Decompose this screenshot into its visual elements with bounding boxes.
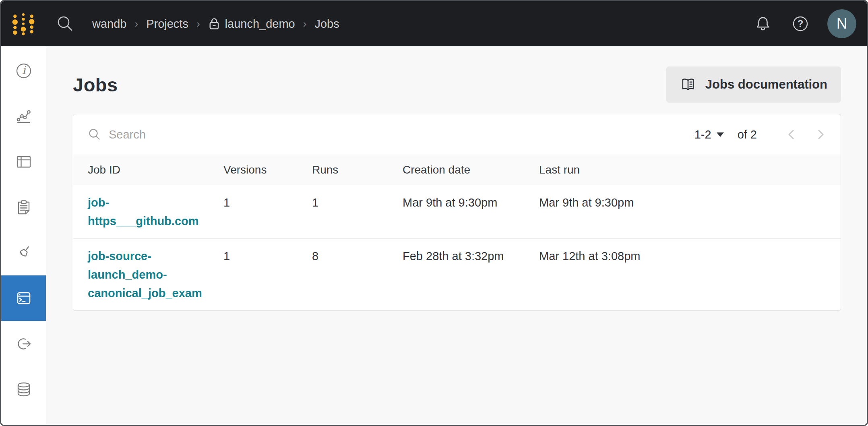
versions-cell: 1 bbox=[223, 247, 312, 265]
breadcrumb: wandb › Projects › launch_demo › Jobs bbox=[92, 17, 339, 31]
chevron-left-icon bbox=[786, 126, 796, 143]
column-header-runs: Runs bbox=[312, 163, 403, 176]
next-page-button[interactable] bbox=[816, 126, 826, 143]
table-header-row: Job ID Versions Runs Creation date Last … bbox=[73, 155, 841, 185]
avatar-initial: N bbox=[837, 15, 847, 32]
breadcrumb-projects[interactable]: Projects bbox=[146, 17, 188, 31]
breadcrumb-separator: › bbox=[134, 18, 138, 30]
pagination: 1-2 of 2 bbox=[694, 126, 826, 143]
column-header-creation-date: Creation date bbox=[403, 163, 539, 176]
sidebar-item-overview[interactable]: i bbox=[1, 48, 46, 93]
wandb-logo-icon[interactable] bbox=[11, 12, 36, 35]
sidebar-item-reports[interactable] bbox=[1, 184, 46, 230]
broom-icon bbox=[14, 244, 33, 262]
notifications-bell-icon[interactable] bbox=[754, 15, 772, 33]
search-input[interactable] bbox=[108, 128, 279, 142]
previous-page-button[interactable] bbox=[786, 126, 796, 143]
sidebar-item-workspace[interactable] bbox=[1, 93, 46, 139]
table-toolbar: 1-2 of 2 bbox=[73, 114, 841, 155]
jobs-documentation-button[interactable]: Jobs documentation bbox=[666, 66, 841, 103]
search-icon bbox=[88, 128, 101, 141]
page-total-label: of 2 bbox=[738, 128, 757, 141]
breadcrumb-page[interactable]: Jobs bbox=[314, 17, 339, 31]
job-id-link[interactable]: job-https___github.com bbox=[88, 193, 217, 230]
column-header-job-id: Job ID bbox=[88, 163, 223, 176]
breadcrumb-separator: › bbox=[303, 18, 307, 30]
page-header: Jobs Jobs documentation bbox=[73, 65, 841, 104]
table-row: job-source-launch_demo-canonical_job_exa… bbox=[73, 239, 841, 310]
jobs-documentation-label: Jobs documentation bbox=[705, 77, 827, 92]
chevron-down-icon bbox=[717, 132, 724, 137]
app-window: wandb › Projects › launch_demo › Jobs bbox=[0, 0, 868, 426]
runs-cell: 1 bbox=[312, 193, 403, 212]
sidebar: i bbox=[1, 46, 46, 425]
page-title: Jobs bbox=[73, 74, 118, 96]
lock-icon bbox=[208, 17, 220, 31]
topbar: wandb › Projects › launch_demo › Jobs bbox=[1, 1, 867, 46]
breadcrumb-separator: › bbox=[196, 18, 200, 30]
breadcrumb-project-label: launch_demo bbox=[225, 17, 295, 31]
column-header-versions: Versions bbox=[223, 163, 312, 176]
line-chart-icon bbox=[14, 107, 33, 126]
sidebar-item-jobs[interactable] bbox=[1, 275, 46, 321]
clipboard-icon bbox=[14, 198, 33, 217]
user-avatar[interactable]: N bbox=[827, 9, 856, 38]
arrow-exit-icon bbox=[14, 335, 33, 353]
jobs-table-card: 1-2 of 2 bbox=[73, 114, 841, 311]
page-range-dropdown[interactable]: 1-2 bbox=[694, 128, 724, 141]
breadcrumb-team[interactable]: wandb bbox=[92, 17, 126, 31]
page-range-label: 1-2 bbox=[694, 128, 711, 141]
book-icon bbox=[680, 76, 696, 93]
job-id-link[interactable]: job-source-launch_demo-canonical_job_exa… bbox=[88, 247, 217, 302]
terminal-window-icon bbox=[14, 289, 33, 308]
svg-text:?: ? bbox=[798, 18, 804, 29]
last-run-cell: Mar 12th at 3:08pm bbox=[539, 247, 826, 265]
creation-date-cell: Mar 9th at 9:30pm bbox=[403, 193, 539, 212]
topbar-actions: ? N bbox=[754, 9, 856, 38]
panel-grid-icon bbox=[14, 153, 33, 171]
svg-text:i: i bbox=[22, 64, 26, 77]
help-icon[interactable]: ? bbox=[791, 14, 810, 33]
chevron-right-icon bbox=[816, 126, 826, 143]
sidebar-item-panels[interactable] bbox=[1, 139, 46, 184]
info-circle-icon: i bbox=[14, 62, 33, 80]
sidebar-item-automations[interactable] bbox=[1, 321, 46, 366]
main-content: Jobs Jobs documentation bbox=[46, 46, 867, 425]
search-icon[interactable] bbox=[56, 14, 74, 33]
creation-date-cell: Feb 28th at 3:32pm bbox=[403, 247, 539, 265]
sidebar-item-sweeps[interactable] bbox=[1, 230, 46, 275]
sidebar-item-artifacts[interactable] bbox=[1, 366, 46, 412]
database-icon bbox=[14, 380, 33, 399]
last-run-cell: Mar 9th at 9:30pm bbox=[539, 193, 826, 212]
column-header-last-run: Last run bbox=[539, 163, 826, 176]
versions-cell: 1 bbox=[223, 193, 312, 212]
runs-cell: 8 bbox=[312, 247, 403, 265]
table-row: job-https___github.com 1 1 Mar 9th at 9:… bbox=[73, 185, 841, 239]
breadcrumb-project[interactable]: launch_demo bbox=[208, 17, 295, 31]
